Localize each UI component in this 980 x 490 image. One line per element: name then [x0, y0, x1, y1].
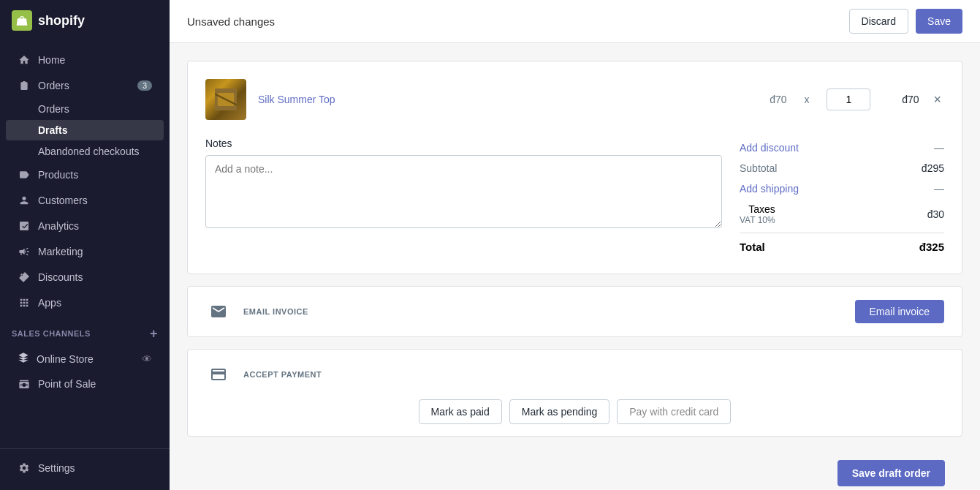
sidebar-item-marketing[interactable]: Marketing: [6, 239, 164, 264]
megaphone-icon: [18, 245, 31, 258]
sidebar-item-products[interactable]: Products: [6, 162, 164, 187]
notes-label: Notes: [205, 137, 722, 149]
sidebar-analytics-label: Analytics: [38, 220, 79, 232]
sidebar-home-label: Home: [38, 54, 65, 66]
topbar: Unsaved changes Discard Save: [170, 0, 980, 43]
product-x-label: x: [798, 94, 815, 105]
taxes-label: Taxes VAT 10%: [740, 203, 775, 225]
sidebar-item-analytics[interactable]: Analytics: [6, 214, 164, 238]
logo-text: shopify: [38, 13, 85, 29]
summary-section: Add discount — Subtotal đ295 Add shippin…: [740, 137, 944, 256]
email-invoice-card: EMAIL INVOICE Email invoice: [187, 286, 962, 337]
shipping-row: Add shipping —: [740, 178, 944, 199]
sidebar-item-home[interactable]: Home: [6, 48, 164, 72]
shopify-bag-icon: [12, 10, 32, 31]
sidebar-item-settings[interactable]: Settings: [6, 456, 164, 480]
total-value: đ325: [919, 241, 944, 253]
subtotal-value: đ295: [922, 162, 944, 174]
sidebar-navigation: Home Orders 3 Orders Drafts Abandoned ch…: [0, 41, 170, 448]
store-icon: [18, 352, 29, 366]
topbar-actions: Discard Save: [849, 9, 962, 34]
sidebar-pos-label: Point of Sale: [38, 378, 96, 390]
add-sales-channel-button[interactable]: +: [150, 327, 158, 340]
discard-button[interactable]: Discard: [849, 9, 908, 34]
sidebar-discounts-label: Discounts: [38, 271, 83, 283]
orders-badge: 3: [137, 80, 152, 91]
email-invoice-label: EMAIL INVOICE: [243, 307, 843, 316]
product-total: đ70: [882, 94, 919, 105]
taxes-row: Taxes VAT 10% đ30: [740, 199, 944, 230]
mark-as-pending-button[interactable]: Mark as pending: [509, 399, 610, 424]
product-thumbnail: [205, 79, 246, 120]
sidebar-orders-label: Orders: [38, 80, 69, 91]
quantity-input[interactable]: [827, 88, 870, 110]
save-draft-order-button[interactable]: Save draft order: [837, 460, 945, 486]
sidebar-item-pos[interactable]: Point of Sale: [6, 372, 164, 396]
email-invoice-icon: [205, 298, 232, 325]
email-invoice-button[interactable]: Email invoice: [855, 300, 944, 323]
product-name[interactable]: Silk Summer Top: [258, 94, 738, 105]
product-price: đ70: [750, 94, 786, 105]
person-icon: [18, 194, 31, 207]
sidebar-item-customers[interactable]: Customers: [6, 188, 164, 213]
shipping-value: —: [934, 183, 944, 195]
discount-value: —: [934, 142, 944, 154]
product-row: Silk Summer Top đ70 x đ70 ×: [205, 79, 944, 120]
settings-icon: [18, 461, 31, 475]
sidebar-settings-label: Settings: [38, 462, 75, 474]
payment-header: ACCEPT PAYMENT: [205, 361, 944, 388]
sidebar-logo[interactable]: shopify: [0, 0, 170, 41]
sidebar-item-apps[interactable]: Apps: [6, 290, 164, 315]
mark-as-paid-button[interactable]: Mark as paid: [419, 399, 502, 424]
sales-channels-header: SALES CHANNELS +: [0, 321, 170, 346]
page-title: Unsaved changes: [187, 15, 275, 28]
page-bottom: Save draft order: [187, 448, 962, 490]
notes-textarea[interactable]: [205, 155, 722, 228]
payment-actions: Mark as paid Mark as pending Pay with cr…: [205, 399, 944, 424]
remove-product-button[interactable]: ×: [930, 90, 944, 109]
chart-icon: [18, 219, 31, 233]
total-label: Total: [740, 241, 765, 253]
subtotal-label: Subtotal: [740, 162, 777, 174]
sidebar-item-online-store[interactable]: Online Store 👁: [6, 347, 164, 371]
main-content: Unsaved changes Discard Save: [170, 0, 980, 490]
discount-icon: [18, 271, 31, 284]
online-store-label: Online Store: [37, 353, 94, 365]
discount-row: Add discount —: [740, 137, 944, 158]
tag-icon: [18, 168, 31, 181]
sidebar-subitem-orders[interactable]: Orders: [6, 99, 164, 119]
sidebar-apps-label: Apps: [38, 297, 61, 309]
pos-icon: [18, 377, 31, 391]
apps-icon: [18, 296, 31, 309]
sidebar-item-orders[interactable]: Orders 3: [6, 73, 164, 98]
credit-card-icon: [205, 361, 232, 388]
accept-payment-card: ACCEPT PAYMENT Mark as paid Mark as pend…: [187, 349, 962, 437]
taxes-value: đ30: [927, 208, 944, 220]
pay-with-credit-card-button[interactable]: Pay with credit card: [617, 399, 731, 424]
sidebar: shopify Home Orders 3 Orders Drafts Aban…: [0, 0, 170, 490]
sidebar-subitem-abandoned[interactable]: Abandoned checkouts: [6, 141, 164, 162]
sidebar-customers-label: Customers: [38, 195, 88, 206]
sidebar-item-discounts[interactable]: Discounts: [6, 265, 164, 290]
sidebar-subitem-drafts[interactable]: Drafts: [6, 120, 164, 140]
accept-payment-label: ACCEPT PAYMENT: [243, 370, 944, 379]
notes-section: Notes: [205, 137, 722, 256]
page-content: Silk Summer Top đ70 x đ70 × Notes Add di…: [170, 43, 980, 490]
save-button[interactable]: Save: [916, 9, 962, 34]
product-image: [205, 79, 246, 120]
notes-summary-section: Notes Add discount — Subtotal đ295: [205, 137, 944, 256]
sidebar-products-label: Products: [38, 169, 78, 181]
home-icon: [18, 53, 31, 67]
add-discount-link[interactable]: Add discount: [740, 142, 799, 154]
sidebar-bottom: Settings: [0, 448, 170, 490]
orders-icon: [18, 79, 31, 92]
order-card: Silk Summer Top đ70 x đ70 × Notes Add di…: [187, 61, 962, 274]
eye-icon[interactable]: 👁: [142, 353, 152, 365]
total-row: Total đ325: [740, 233, 944, 256]
subtotal-row: Subtotal đ295: [740, 158, 944, 178]
sidebar-marketing-label: Marketing: [38, 246, 83, 257]
add-shipping-link[interactable]: Add shipping: [740, 183, 799, 195]
